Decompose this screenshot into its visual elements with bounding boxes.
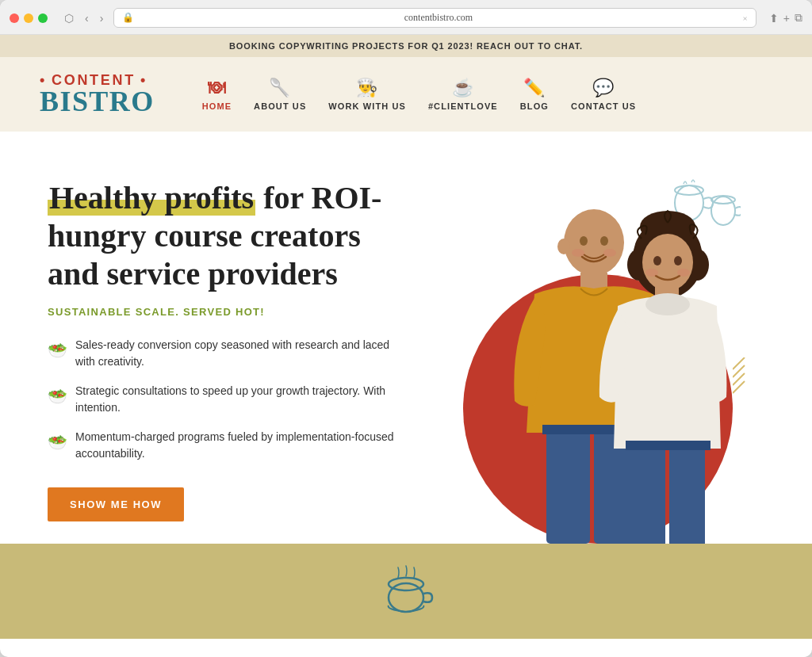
- share-button[interactable]: ⬆: [769, 11, 779, 25]
- nav-about-label: ABOUT US: [254, 101, 306, 111]
- clientlove-icon: ☕: [452, 78, 474, 98]
- feature-item-1: 🥗 Sales-ready conversion copy seasoned w…: [48, 337, 406, 370]
- back-button[interactable]: ⬡: [60, 10, 78, 26]
- browser-navigation: ⬡ ‹ ›: [60, 10, 107, 26]
- forward-button[interactable]: ‹: [81, 10, 93, 26]
- svg-point-29: [674, 256, 682, 265]
- nav-contact-label: CONTACT US: [571, 101, 636, 111]
- svg-point-22: [642, 234, 693, 291]
- svg-point-9: [557, 239, 570, 254]
- footer-cup-icon: [378, 562, 434, 621]
- svg-point-30: [645, 269, 658, 277]
- nav-clientlove[interactable]: ☕ #CLIENTLOVE: [428, 78, 498, 111]
- nav-blog[interactable]: ✏️ BLOG: [520, 78, 549, 111]
- hero-content: Healthy profits for ROI-hungry course cr…: [48, 171, 406, 521]
- nav-forward[interactable]: ›: [96, 10, 108, 26]
- nav-home[interactable]: 🍽 HOME: [202, 78, 232, 111]
- cta-button[interactable]: SHOW ME HOW: [48, 487, 184, 521]
- close-tab-icon[interactable]: ×: [743, 13, 748, 23]
- nav-work[interactable]: 👨‍🍳 WORK WITH US: [328, 78, 406, 111]
- hero-image-area: [406, 171, 764, 544]
- nav-home-label: HOME: [202, 101, 232, 111]
- about-icon: 🥄: [269, 78, 291, 98]
- browser-window: ⬡ ‹ › 🔒 contentbistro.com × ⬆ + ⧉ BOOKIN…: [0, 0, 812, 657]
- maximize-button[interactable]: [38, 13, 48, 23]
- svg-point-16: [572, 249, 584, 257]
- new-tab-button[interactable]: +: [783, 11, 790, 25]
- browser-actions: ⬆ + ⧉: [769, 11, 802, 25]
- announcement-text: BOOKING COPYWRITING PROJECTS FOR Q1 2023…: [229, 41, 583, 51]
- nav-work-label: WORK WITH US: [328, 101, 406, 111]
- svg-rect-26: [669, 445, 705, 544]
- svg-point-31: [677, 269, 690, 277]
- svg-point-24: [645, 293, 690, 315]
- svg-point-28: [653, 256, 661, 265]
- svg-point-14: [580, 236, 588, 246]
- traffic-lights: [10, 13, 48, 23]
- nav-about[interactable]: 🥄 ABOUT US: [254, 78, 306, 111]
- announcement-bar: BOOKING COPYWRITING PROJECTS FOR Q1 2023…: [0, 35, 812, 57]
- hero-heading: Healthy profits for ROI-hungry course cr…: [48, 179, 406, 293]
- svg-point-17: [603, 249, 616, 257]
- footer-section: [0, 544, 812, 639]
- minimize-button[interactable]: [24, 13, 33, 23]
- main-navigation: 🍽 HOME 🥄 ABOUT US 👨‍🍳 WORK WITH US ☕ #CL…: [202, 78, 637, 111]
- svg-rect-25: [630, 445, 665, 544]
- contact-icon: 💬: [592, 78, 615, 98]
- lock-icon: 🔒: [122, 12, 134, 24]
- feature-icon-2: 🥗: [48, 384, 67, 408]
- feature-list: 🥗 Sales-ready conversion copy seasoned w…: [48, 337, 406, 462]
- logo[interactable]: • CONTENT • BISTRO: [40, 73, 155, 116]
- nav-clientlove-label: #CLIENTLOVE: [428, 101, 498, 111]
- svg-rect-11: [546, 429, 590, 544]
- hero-subtitle: SUSTAINABLE SCALE. SERVED HOT!: [48, 306, 406, 318]
- feature-icon-3: 🥗: [48, 430, 67, 454]
- site-header: • CONTENT • BISTRO 🍽 HOME 🥄 ABOUT US 👨‍🍳…: [0, 57, 812, 132]
- feature-item-3: 🥗 Momentum-charged programs fueled by im…: [48, 429, 406, 462]
- address-bar[interactable]: 🔒 contentbistro.com ×: [113, 8, 756, 28]
- svg-rect-10: [580, 273, 607, 288]
- feature-text-1: Sales-ready conversion copy seasoned wit…: [75, 337, 406, 370]
- svg-rect-27: [626, 441, 710, 450]
- url-display: contentbistro.com: [139, 12, 737, 24]
- logo-bottom-text: BISTRO: [40, 87, 155, 116]
- close-button[interactable]: [10, 13, 19, 23]
- hero-heading-highlight: Healthy profits: [48, 180, 255, 216]
- browser-chrome: ⬡ ‹ › 🔒 contentbistro.com × ⬆ + ⧉: [0, 0, 812, 35]
- svg-point-15: [600, 236, 608, 246]
- feature-text-2: Strategic consultations to speed up your…: [75, 383, 406, 416]
- couple-illustration: [463, 179, 764, 544]
- nav-blog-label: BLOG: [520, 101, 549, 111]
- tabs-button[interactable]: ⧉: [795, 11, 802, 25]
- feature-item-2: 🥗 Strategic consultations to speed up yo…: [48, 383, 406, 416]
- hero-section: Healthy profits for ROI-hungry course cr…: [0, 132, 812, 544]
- feature-text-3: Momentum-charged programs fueled by impl…: [75, 429, 406, 462]
- nav-contact[interactable]: 💬 CONTACT US: [571, 78, 636, 111]
- work-icon: 👨‍🍳: [356, 78, 378, 98]
- feature-icon-1: 🥗: [48, 338, 67, 362]
- home-icon: 🍽: [208, 78, 226, 98]
- svg-point-8: [564, 209, 624, 276]
- blog-icon: ✏️: [523, 78, 546, 98]
